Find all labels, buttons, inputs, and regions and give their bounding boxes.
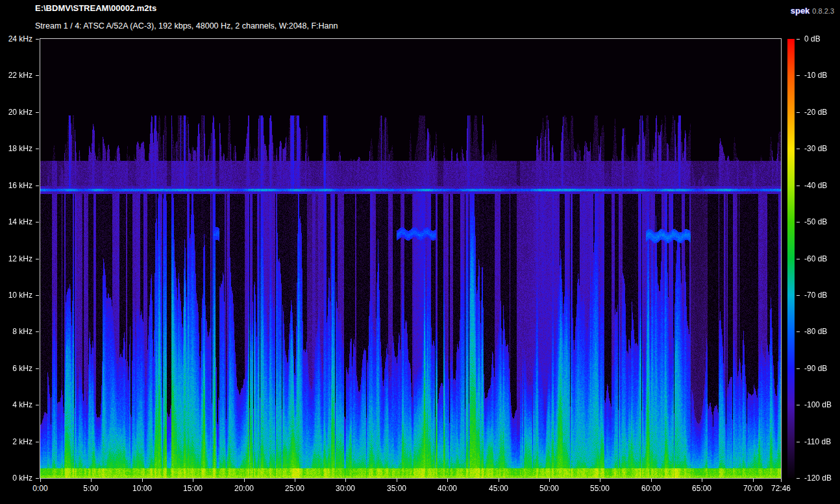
time-tick-mark xyxy=(447,479,448,482)
time-tick-mark xyxy=(40,479,41,482)
db-tick-mark xyxy=(797,39,800,40)
time-tick-mark xyxy=(193,479,193,482)
time-tick-label: 45:00 xyxy=(482,484,515,493)
freq-tick-mark xyxy=(36,112,39,113)
db-tick-label: -30 dB xyxy=(804,144,827,153)
db-tick-label: -50 dB xyxy=(804,217,827,226)
db-tick-label: -60 dB xyxy=(804,254,827,263)
freq-tick-mark xyxy=(36,331,39,332)
db-tick-label: -90 dB xyxy=(804,364,827,373)
time-tick-label: 35:00 xyxy=(380,484,414,493)
freq-tick-label: 2 kHz xyxy=(0,437,32,446)
time-tick-label: 25:00 xyxy=(278,484,312,493)
time-tick-mark xyxy=(781,479,782,482)
freq-tick-label: 24 kHz xyxy=(0,34,32,43)
freq-tick-label: 8 kHz xyxy=(0,327,32,336)
time-tick-label: 72:46 xyxy=(764,484,798,493)
time-tick-mark xyxy=(600,479,600,482)
time-tick-mark xyxy=(499,479,499,482)
db-tick-label: -120 dB xyxy=(804,474,832,483)
db-tick-mark xyxy=(797,259,800,259)
stream-description: Stream 1 / 4: ATSC A/52A (AC-3), 192 kbp… xyxy=(35,21,338,30)
freq-tick-mark xyxy=(36,75,39,76)
db-tick-label: -100 dB xyxy=(804,400,832,409)
db-tick-mark xyxy=(797,405,800,405)
db-tick-mark xyxy=(797,368,800,369)
db-tick-mark xyxy=(797,186,800,186)
time-tick-label: 60:00 xyxy=(634,484,668,493)
time-tick-label: 20:00 xyxy=(227,484,261,493)
freq-tick-label: 18 kHz xyxy=(0,144,32,153)
time-tick-mark xyxy=(397,479,397,482)
freq-tick-mark xyxy=(36,405,39,405)
db-tick-mark xyxy=(797,331,800,332)
time-tick-mark xyxy=(753,479,754,482)
freq-tick-label: 14 kHz xyxy=(0,217,32,226)
freq-tick-label: 10 kHz xyxy=(0,291,32,300)
db-tick-mark xyxy=(797,442,800,442)
db-tick-label: -10 dB xyxy=(804,71,827,80)
freq-tick-label: 20 kHz xyxy=(0,108,32,117)
time-tick-mark xyxy=(345,479,346,482)
file-path: E:\BDMV\STREAM\00002.m2ts xyxy=(35,3,156,13)
time-tick-label: 5:00 xyxy=(74,484,108,493)
db-tick-mark xyxy=(797,75,800,76)
time-tick-mark xyxy=(549,479,550,482)
freq-tick-mark xyxy=(36,259,39,259)
db-tick-label: -20 dB xyxy=(804,108,827,117)
freq-tick-mark xyxy=(36,295,39,296)
time-tick-mark xyxy=(244,479,245,482)
app-version: 0.8.2.3 xyxy=(812,7,834,15)
app-branding: spek0.8.2.3 xyxy=(791,5,834,16)
spek-window: E:\BDMV\STREAM\00002.m2ts Stream 1 / 4: … xyxy=(0,0,840,504)
spectrogram-image xyxy=(40,39,781,478)
db-tick-mark xyxy=(797,149,800,149)
time-tick-label: 15:00 xyxy=(176,484,210,493)
time-tick-label: 10:00 xyxy=(125,484,159,493)
freq-tick-label: 4 kHz xyxy=(0,400,32,409)
db-tick-label: -40 dB xyxy=(804,181,827,190)
db-tick-mark xyxy=(797,478,800,479)
db-tick-mark xyxy=(797,112,800,113)
time-tick-label: 40:00 xyxy=(430,484,464,493)
db-tick-mark xyxy=(797,222,800,222)
freq-tick-label: 22 kHz xyxy=(0,71,32,80)
time-tick-mark xyxy=(651,479,652,482)
db-tick-label: -80 dB xyxy=(804,327,827,336)
db-tick-mark xyxy=(797,295,800,296)
time-tick-mark xyxy=(91,479,92,482)
time-tick-mark xyxy=(142,479,143,482)
time-tick-label: 30:00 xyxy=(328,484,362,493)
time-tick-label: 0:00 xyxy=(23,484,57,493)
time-tick-mark xyxy=(295,479,295,482)
time-tick-label: 55:00 xyxy=(583,484,617,493)
db-tick-label: 0 dB xyxy=(804,34,821,43)
freq-tick-mark xyxy=(36,39,39,40)
freq-tick-label: 16 kHz xyxy=(0,181,32,190)
time-tick-label: 50:00 xyxy=(532,484,566,493)
freq-tick-mark xyxy=(36,149,39,149)
db-colorbar xyxy=(787,39,795,478)
freq-tick-label: 12 kHz xyxy=(0,254,32,263)
app-logo: spek xyxy=(791,6,810,16)
db-tick-label: -70 dB xyxy=(804,291,827,300)
freq-tick-mark xyxy=(36,368,39,369)
time-tick-mark xyxy=(702,479,702,482)
time-tick-label: 65:00 xyxy=(685,484,719,493)
freq-tick-mark xyxy=(36,222,39,222)
db-tick-label: -110 dB xyxy=(804,437,831,446)
freq-tick-label: 6 kHz xyxy=(0,364,32,373)
freq-tick-label: 0 kHz xyxy=(0,474,32,483)
freq-tick-mark xyxy=(36,186,39,186)
freq-tick-mark xyxy=(36,442,39,442)
freq-tick-mark xyxy=(36,478,39,479)
